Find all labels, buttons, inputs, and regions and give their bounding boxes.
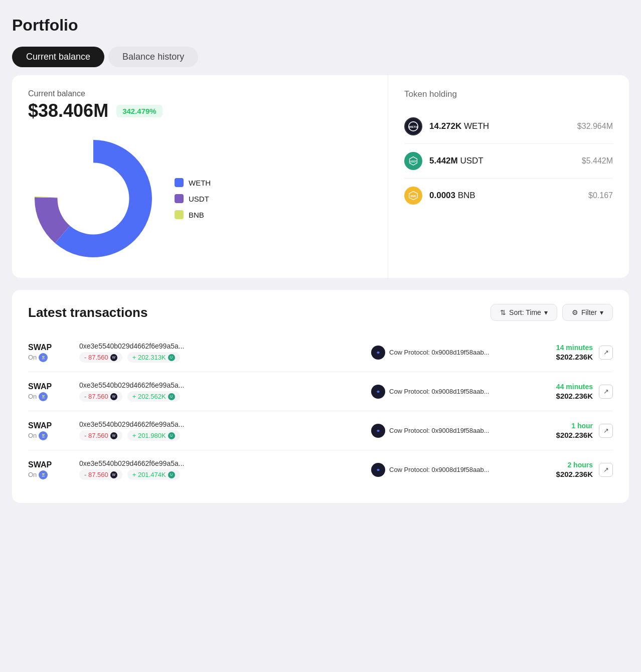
protocol-name: Cow Protocol: 0x9008d19f58aab...	[389, 388, 489, 395]
tx-row: SWAP On Ξ 0xe3e5540b029d4662f6e99a5a... …	[28, 372, 613, 411]
weth-mini-icon: W	[110, 471, 117, 478]
legend-bnb: BNB	[175, 210, 211, 219]
token-row-bnb: BNB 0.0003 BNB $0.167	[404, 179, 613, 213]
pos-amount: + 201.980K U	[127, 430, 180, 441]
svg-text:WETH: WETH	[409, 125, 417, 128]
weth-mini-icon: W	[110, 393, 117, 400]
protocol-name: Cow Protocol: 0x9008d19f58aab...	[389, 427, 489, 434]
page-title: Portfolio	[12, 16, 629, 35]
tab-current-balance[interactable]: Current balance	[12, 47, 104, 67]
tx-hash: 0xe3e5540b029d4662f6e99a5a...	[79, 459, 365, 467]
tx-time-col: 44 minutes $202.236K	[528, 383, 593, 400]
eth-icon: Ξ	[39, 392, 48, 401]
tx-time-col: 2 hours $202.236K	[528, 461, 593, 478]
tx-type: SWAP	[28, 421, 73, 430]
tx-type-col: SWAP On Ξ	[28, 421, 73, 440]
neg-amount: - 87.560 W	[79, 391, 122, 402]
token-value-weth: $32.964M	[577, 122, 613, 131]
right-panel: Token holding WETH 14.272K WETH $32.964M	[388, 75, 629, 278]
legend-dot-bnb	[175, 210, 184, 219]
donut-chart	[28, 133, 158, 264]
protocol-icon	[371, 463, 385, 477]
weth-mini-icon: W	[110, 354, 117, 361]
tx-time-col: 1 hour $202.236K	[528, 422, 593, 439]
token-icon-weth: WETH	[404, 117, 422, 135]
tx-hash: 0xe3e5540b029d4662f6e99a5a...	[79, 381, 365, 389]
protocol-col: Cow Protocol: 0x9008d19f58aab...	[371, 346, 522, 360]
tx-hash-col: 0xe3e5540b029d4662f6e99a5a... - 87.560 W…	[79, 459, 365, 480]
token-value-bnb: $0.167	[588, 191, 613, 200]
token-name-usdt: 5.442M USDT	[429, 156, 582, 166]
tab-balance-history[interactable]: Balance history	[108, 47, 198, 67]
legend-label-weth: WETH	[189, 179, 211, 187]
tx-hash-col: 0xe3e5540b029d4662f6e99a5a... - 87.560 W…	[79, 381, 365, 402]
on-label: On	[28, 471, 37, 478]
tx-hash: 0xe3e5540b029d4662f6e99a5a...	[79, 342, 365, 350]
left-panel: Current balance $38.406M 342.479%	[12, 75, 388, 278]
on-label: On	[28, 432, 37, 439]
tx-amounts: - 87.560 W + 202.313K U	[79, 352, 365, 363]
tab-bar: Current balance Balance history	[12, 47, 629, 67]
tx-time: 1 hour	[528, 422, 593, 430]
sort-label: Sort: Time	[509, 308, 541, 316]
on-label: On	[28, 393, 37, 400]
tx-on: On Ξ	[28, 470, 73, 479]
token-name-weth: 14.272K WETH	[429, 121, 577, 131]
sort-chevron-icon: ▾	[544, 308, 548, 316]
tx-row: SWAP On Ξ 0xe3e5540b029d4662f6e99a5a... …	[28, 333, 613, 372]
external-link-button[interactable]: ↗	[599, 346, 613, 360]
balance-label: Current balance	[28, 89, 372, 98]
balance-row: $38.406M 342.479%	[28, 100, 372, 121]
tx-hash: 0xe3e5540b029d4662f6e99a5a...	[79, 420, 365, 428]
tx-type-col: SWAP On Ξ	[28, 343, 73, 362]
token-value-usdt: $5.442M	[582, 156, 613, 165]
tx-hash-col: 0xe3e5540b029d4662f6e99a5a... - 87.560 W…	[79, 342, 365, 363]
tx-controls: ⇅ Sort: Time ▾ ⚙ Filter ▾	[491, 304, 613, 321]
transactions-section: Latest transactions ⇅ Sort: Time ▾ ⚙ Fil…	[12, 290, 629, 503]
tx-type-col: SWAP On Ξ	[28, 460, 73, 479]
chart-legend: WETH USDT BNB	[175, 178, 211, 219]
token-holding-title: Token holding	[404, 89, 613, 99]
tx-title: Latest transactions	[28, 305, 147, 320]
legend-label-usdt: USDT	[189, 195, 209, 203]
usdt-mini-icon: U	[168, 393, 175, 400]
tx-type: SWAP	[28, 382, 73, 391]
eth-icon: Ξ	[39, 353, 48, 362]
tx-time-col: 14 minutes $202.236K	[528, 344, 593, 361]
external-link-button[interactable]: ↗	[599, 424, 613, 438]
svg-point-3	[58, 163, 129, 235]
token-unit-bnb: BNB	[458, 191, 475, 200]
tx-type-col: SWAP On Ξ	[28, 382, 73, 401]
tx-usd: $202.236K	[528, 470, 593, 478]
token-name-bnb: 0.0003 BNB	[429, 191, 588, 201]
sort-button[interactable]: ⇅ Sort: Time ▾	[491, 304, 557, 321]
tx-type: SWAP	[28, 460, 73, 469]
usdt-mini-icon: U	[168, 354, 175, 361]
main-card: Current balance $38.406M 342.479%	[12, 75, 629, 278]
neg-amount: - 87.560 W	[79, 352, 122, 363]
tx-row: SWAP On Ξ 0xe3e5540b029d4662f6e99a5a... …	[28, 411, 613, 450]
filter-icon: ⚙	[572, 308, 578, 316]
tx-time: 44 minutes	[528, 383, 593, 391]
neg-amount: - 87.560 W	[79, 469, 122, 480]
balance-amount: $38.406M	[28, 100, 108, 121]
tx-usd: $202.236K	[528, 392, 593, 400]
external-link-button[interactable]: ↗	[599, 385, 613, 399]
tx-row: SWAP On Ξ 0xe3e5540b029d4662f6e99a5a... …	[28, 450, 613, 489]
legend-dot-weth	[175, 178, 184, 187]
protocol-name: Cow Protocol: 0x9008d19f58aab...	[389, 349, 489, 356]
filter-button[interactable]: ⚙ Filter ▾	[562, 304, 613, 321]
token-unit-usdt: USDT	[460, 156, 483, 165]
token-row-usdt: USDT 5.442M USDT $5.442M	[404, 144, 613, 179]
protocol-icon	[371, 346, 385, 360]
legend-weth: WETH	[175, 178, 211, 187]
tx-type: SWAP	[28, 343, 73, 352]
tx-usd: $202.236K	[528, 353, 593, 361]
filter-chevron-icon: ▾	[600, 308, 603, 316]
protocol-col: Cow Protocol: 0x9008d19f58aab...	[371, 424, 522, 438]
external-link-button[interactable]: ↗	[599, 463, 613, 477]
tx-amounts: - 87.560 W + 202.562K U	[79, 391, 365, 402]
eth-icon: Ξ	[39, 470, 48, 479]
legend-label-bnb: BNB	[189, 211, 204, 219]
pos-amount: + 202.313K U	[127, 352, 180, 363]
